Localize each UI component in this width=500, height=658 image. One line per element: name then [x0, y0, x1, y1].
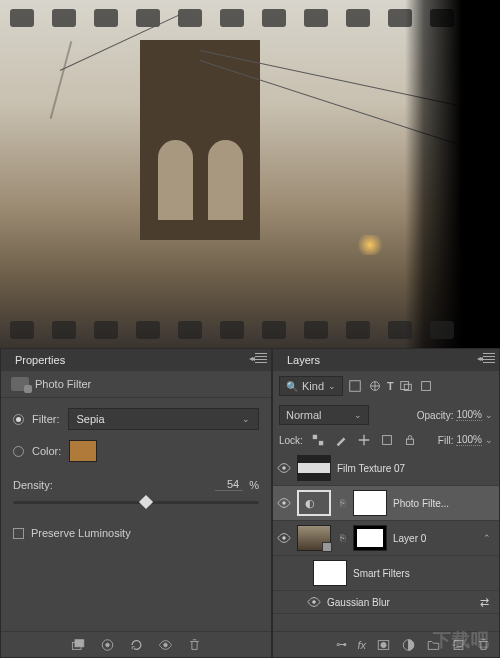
layer-thumbnail[interactable]: [297, 525, 331, 551]
blend-mode-value: Normal: [286, 409, 321, 421]
lock-label: Lock:: [279, 435, 303, 446]
svg-rect-1: [75, 639, 84, 646]
layer-row[interactable]: ⎘ Layer 0 ⌃: [273, 521, 499, 556]
fill-value[interactable]: 100%: [456, 434, 482, 446]
canvas-preview[interactable]: [0, 0, 500, 348]
blend-mode-select[interactable]: Normal ⌄: [279, 405, 369, 425]
trash-icon[interactable]: [476, 638, 491, 652]
visibility-toggle[interactable]: [277, 496, 291, 510]
layer-style-icon[interactable]: fx: [357, 639, 366, 651]
properties-footer: [1, 631, 271, 657]
properties-panel: Properties ◂◂ Photo Filter Filter: Sepia…: [0, 348, 272, 658]
opacity-value[interactable]: 100%: [456, 409, 482, 421]
filter-smart-icon[interactable]: [418, 379, 434, 393]
link-icon[interactable]: ⎘: [337, 498, 347, 508]
layers-filter-bar: 🔍 Kind ⌄ T: [273, 371, 499, 401]
layer-row-smart-filters[interactable]: Smart Filters: [273, 556, 499, 591]
lock-pixels-icon[interactable]: [333, 433, 349, 447]
layer-mask-thumbnail[interactable]: [353, 525, 387, 551]
kind-label: Kind: [302, 380, 324, 392]
link-icon[interactable]: ⎘: [337, 533, 347, 543]
filter-radio[interactable]: [13, 414, 24, 425]
filter-adjustment-icon[interactable]: [367, 379, 383, 393]
slider-track: [13, 501, 259, 504]
filter-pixel-icon[interactable]: [347, 379, 363, 393]
filter-select[interactable]: Sepia ⌄: [68, 408, 260, 430]
collapse-icon[interactable]: ◂◂: [249, 354, 253, 363]
preserve-luminosity-label: Preserve Luminosity: [31, 527, 131, 539]
layers-panel: Layers ◂◂ 🔍 Kind ⌄ T Normal ⌄ Opacity: 1…: [272, 348, 500, 658]
chevron-down-icon[interactable]: ⌄: [485, 410, 493, 420]
density-value[interactable]: 54: [215, 478, 243, 491]
trash-icon[interactable]: [187, 638, 202, 652]
filter-value: Sepia: [77, 413, 105, 425]
filter-blending-icon[interactable]: ⇄: [480, 596, 489, 609]
svg-rect-11: [319, 441, 323, 445]
layer-mask-thumbnail[interactable]: [353, 490, 387, 516]
layer-row[interactable]: ◐ ⎘ Photo Filte...: [273, 486, 499, 521]
color-swatch[interactable]: [69, 440, 97, 462]
layer-name[interactable]: Smart Filters: [353, 568, 410, 579]
layers-tab-bar: Layers ◂◂: [273, 349, 499, 371]
layer-mask-icon[interactable]: [376, 638, 391, 652]
filter-shape-icon[interactable]: [398, 379, 414, 393]
filter-kind-select[interactable]: 🔍 Kind ⌄: [279, 376, 343, 396]
color-radio[interactable]: [13, 446, 24, 457]
svg-point-14: [282, 466, 286, 470]
properties-tab-bar: Properties ◂◂: [1, 349, 271, 371]
svg-rect-10: [313, 435, 317, 439]
layers-footer: ⊶ fx: [273, 631, 499, 657]
lock-position-icon[interactable]: [356, 433, 372, 447]
link-layers-icon[interactable]: ⊶: [336, 638, 347, 651]
svg-point-16: [282, 536, 286, 540]
density-slider[interactable]: [13, 495, 259, 511]
group-icon[interactable]: [426, 638, 441, 652]
slider-thumb[interactable]: [139, 495, 153, 509]
layer-row-filter[interactable]: Gaussian Blur ⇄: [273, 591, 499, 614]
layer-name[interactable]: Photo Filte...: [393, 498, 449, 509]
lock-transparent-icon[interactable]: [310, 433, 326, 447]
filter-expand-icon[interactable]: ⌃: [483, 533, 491, 543]
visibility-toggle[interactable]: [277, 531, 291, 545]
smart-object-badge: [322, 542, 332, 552]
film-sprockets-bottom: [0, 316, 500, 344]
density-label: Density:: [13, 479, 53, 491]
adjustment-layer-icon[interactable]: [401, 638, 416, 652]
properties-tab[interactable]: Properties: [7, 350, 73, 370]
layer-thumbnail[interactable]: ◐: [297, 490, 331, 516]
visibility-icon[interactable]: [158, 638, 173, 652]
preserve-luminosity-checkbox[interactable]: [13, 528, 24, 539]
layer-row[interactable]: Film Texture 07: [273, 451, 499, 486]
svg-point-17: [312, 600, 316, 604]
color-label: Color:: [32, 445, 61, 457]
lock-all-icon[interactable]: [402, 433, 418, 447]
chevron-down-icon[interactable]: ⌄: [485, 435, 493, 445]
layer-thumbnail[interactable]: [297, 455, 331, 481]
layers-list: Film Texture 07 ◐ ⎘ Photo Filte... ⎘ Lay…: [273, 451, 499, 631]
layer-name[interactable]: Layer 0: [393, 533, 426, 544]
svg-point-3: [105, 643, 109, 647]
view-previous-icon[interactable]: [100, 638, 115, 652]
svg-rect-9: [421, 382, 430, 391]
adjustment-header: Photo Filter: [1, 371, 271, 398]
panel-menu-icon[interactable]: [255, 353, 267, 363]
visibility-toggle[interactable]: [277, 461, 291, 475]
layer-name[interactable]: Gaussian Blur: [327, 597, 390, 608]
reset-icon[interactable]: [129, 638, 144, 652]
photo-filter-icon: [11, 377, 29, 391]
fill-label: Fill:: [438, 435, 454, 446]
smart-filter-mask-thumbnail[interactable]: [313, 560, 347, 586]
filter-type-icon[interactable]: T: [387, 380, 394, 392]
bridge-tower: [140, 40, 260, 240]
lock-artboard-icon[interactable]: [379, 433, 395, 447]
visibility-toggle[interactable]: [307, 595, 321, 609]
layer-name[interactable]: Film Texture 07: [337, 463, 405, 474]
collapse-icon[interactable]: ◂◂: [477, 354, 481, 363]
new-layer-icon[interactable]: [451, 638, 466, 652]
film-frame-image: [0, 0, 500, 348]
clip-to-layer-icon[interactable]: [71, 638, 86, 652]
density-unit: %: [249, 479, 259, 491]
layers-tab[interactable]: Layers: [279, 350, 328, 370]
panel-menu-icon[interactable]: [483, 353, 495, 363]
dark-edge: [405, 0, 500, 348]
